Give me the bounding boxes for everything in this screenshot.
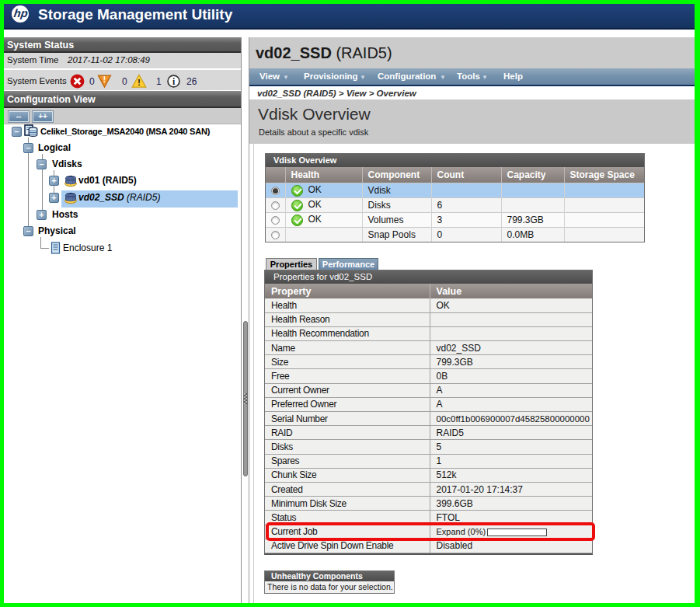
svg-text:!: ! [103,75,106,84]
svg-text:!: ! [138,77,141,87]
